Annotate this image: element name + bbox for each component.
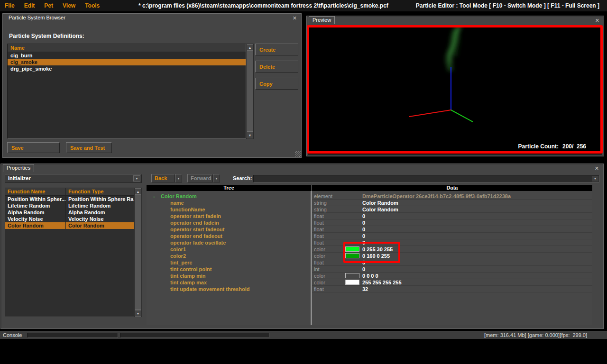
tree-attr-operator-end-fadeout[interactable]: operator end fadeout xyxy=(147,233,311,239)
list-scrollbar[interactable]: ▲ ▼ xyxy=(246,44,254,139)
data-row-tint-clamp-max[interactable]: color255 255 255 255 xyxy=(312,279,592,286)
list-item-cig-burn[interactable]: cig_burn xyxy=(8,52,246,59)
close-icon[interactable]: ✕ xyxy=(595,166,599,171)
tree-attr-color1[interactable]: color1 xyxy=(147,246,311,253)
tree-header: Tree xyxy=(147,185,311,191)
search-input[interactable] xyxy=(254,175,591,182)
preview-window: Preview ✕ Particle Count:200/ 256 xyxy=(306,16,604,156)
tree-attr-operator-fade-oscillate[interactable]: operator fade oscillate xyxy=(147,239,311,246)
close-icon[interactable]: ✕ xyxy=(293,16,297,21)
create-button[interactable]: Create xyxy=(255,44,298,55)
tree-attr-operator-start-fadein[interactable]: operator start fadein xyxy=(147,213,311,219)
function-table-header: Function Name Function Type xyxy=(5,188,134,196)
data-row-color2[interactable]: color0 160 0 255 xyxy=(312,253,592,259)
scroll-down-icon[interactable]: ▼ xyxy=(135,310,141,317)
particle-system-browser-window: Particle System Browser ✕ Particle Syste… xyxy=(2,13,302,158)
attribute-data: elementDmeParticleOperator 26ce3f14-b7c2… xyxy=(312,191,592,325)
menu-edit[interactable]: Edit xyxy=(19,2,40,9)
search-field[interactable]: ▼ xyxy=(253,175,599,182)
menu-tools[interactable]: Tools xyxy=(80,2,104,9)
tree-attr-tint-control-point[interactable]: tint control point xyxy=(147,266,311,273)
data-row-tint-perc[interactable]: float0 xyxy=(312,259,592,266)
function-row-color-random-selected[interactable]: Color Random Color Random xyxy=(5,222,134,229)
tree-attr-name[interactable]: name xyxy=(147,200,311,206)
data-row-operator-start-fadein[interactable]: float0 xyxy=(312,213,592,219)
console-input-field[interactable] xyxy=(27,333,118,338)
tree-attr-tint-clamp-min[interactable]: tint clamp min xyxy=(147,273,311,279)
scroll-up-icon[interactable]: ▲ xyxy=(247,44,253,51)
tree-node-color-random[interactable]: -Color Random xyxy=(147,193,311,200)
data-row-functionname[interactable]: stringColor Random xyxy=(312,206,592,213)
browser-window-tab[interactable]: Particle System Browser xyxy=(5,14,69,22)
delete-button[interactable]: Delete xyxy=(255,61,298,73)
definitions-label: Particle System Definitions: xyxy=(9,33,84,39)
chevron-down-icon[interactable]: ▼ xyxy=(133,175,140,182)
list-item-cig-smoke-selected[interactable]: cig_smoke xyxy=(8,59,246,65)
function-table-scrollbar[interactable]: ▲ ▼ xyxy=(134,188,142,317)
tree-attr-tint-update-movement-threshold[interactable]: tint update movement threshold xyxy=(147,286,311,292)
menu-file[interactable]: File xyxy=(0,2,19,9)
chevron-down-icon[interactable]: ▼ xyxy=(592,176,598,182)
column-header-function-type[interactable]: Function Type xyxy=(66,188,134,195)
forward-combo: Forward ▼ xyxy=(187,174,220,182)
data-header: Data xyxy=(312,185,592,191)
color-swatch-color1[interactable] xyxy=(345,246,359,252)
tree-attr-operator-end-fadein[interactable]: operator end fadein xyxy=(147,219,311,226)
operator-category-dropdown[interactable]: Initializer ▼ xyxy=(5,174,142,183)
preview-3d-scene xyxy=(308,25,602,155)
search-label: Search: xyxy=(233,175,252,181)
back-button[interactable]: Back xyxy=(151,174,175,182)
collapse-icon[interactable]: - xyxy=(153,193,161,200)
color-swatch-tint-clamp-min[interactable] xyxy=(345,273,359,278)
copy-button[interactable]: Copy xyxy=(255,78,298,90)
preview-viewport[interactable]: Particle Count:200/ 256 xyxy=(308,25,602,155)
function-table: Function Name Function Type Position Wit… xyxy=(5,188,134,317)
particle-count-value: 200/ 256 xyxy=(562,143,586,150)
function-row-velocity-noise[interactable]: Velocity Noise Velocity Noise xyxy=(5,216,134,222)
data-row-operator-start-fadeout[interactable]: float0 xyxy=(312,226,592,233)
properties-window: Properties ✕ Initializer ▼ Function Name… xyxy=(0,164,604,329)
preview-window-tab[interactable]: Preview xyxy=(309,16,335,24)
element-id[interactable]: DmeParticleOperator 26ce3f14-b7c2-48f5-9… xyxy=(362,193,511,199)
scroll-thumb[interactable] xyxy=(135,195,141,310)
data-row-tint-control-point[interactable]: int0 xyxy=(312,266,592,273)
particle-count: Particle Count:200/ 256 xyxy=(518,143,586,150)
dropdown-value: Initializer xyxy=(8,175,31,181)
menu-pet[interactable]: Pet xyxy=(39,2,58,9)
memory-stats: [mem: 316.41 Mb] [game: 0.000] xyxy=(484,332,560,338)
color-swatch-tint-clamp-max[interactable] xyxy=(345,280,359,285)
data-row-tint-update-movement-threshold[interactable]: float32 xyxy=(312,286,592,292)
data-row-tint-clamp-min[interactable]: color0 0 0 0 xyxy=(312,273,592,279)
list-column-header-name[interactable]: Name xyxy=(8,44,246,52)
scroll-down-icon[interactable]: ▼ xyxy=(247,132,253,138)
data-row-name[interactable]: stringColor Random xyxy=(312,200,592,206)
tree-attr-tint-clamp-max[interactable]: tint clamp max xyxy=(147,279,311,286)
scroll-up-icon[interactable]: ▲ xyxy=(135,188,141,195)
close-icon[interactable]: ✕ xyxy=(595,18,599,23)
forward-button[interactable]: Forward xyxy=(187,174,213,182)
smoke-particles xyxy=(448,26,461,71)
back-dropdown-icon[interactable]: ▼ xyxy=(175,174,182,182)
data-row-color1[interactable]: color0 255 30 255 xyxy=(312,246,592,253)
function-row-lifetime-random[interactable]: Lifetime Random Lifetime Random xyxy=(5,202,134,209)
save-and-test-button[interactable]: Save and Test xyxy=(66,142,112,153)
data-row-element[interactable]: elementDmeParticleOperator 26ce3f14-b7c2… xyxy=(312,193,592,200)
tree-attr-color2[interactable]: color2 xyxy=(147,253,311,259)
save-button[interactable]: Save xyxy=(7,142,60,153)
scroll-thumb[interactable] xyxy=(247,51,253,132)
tree-attr-operator-start-fadeout[interactable]: operator start fadeout xyxy=(147,226,311,233)
data-row-operator-end-fadeout[interactable]: float0 xyxy=(312,233,592,239)
color-swatch-color2[interactable] xyxy=(345,253,359,258)
column-header-function-name[interactable]: Function Name xyxy=(5,188,66,195)
data-row-operator-end-fadein[interactable]: float0 xyxy=(312,219,592,226)
menu-view[interactable]: View xyxy=(58,2,80,9)
forward-dropdown-icon[interactable]: ▼ xyxy=(213,174,220,182)
list-item-drg-pipe-smoke[interactable]: drg_pipe_smoke xyxy=(8,65,246,72)
function-row-alpha-random[interactable]: Alpha Random Alpha Random xyxy=(5,209,134,216)
data-row-operator-fade-oscillate[interactable]: float0 xyxy=(312,239,592,246)
resize-grip[interactable] xyxy=(295,151,301,157)
tree-attr-functionname[interactable]: functionName xyxy=(147,206,311,213)
properties-window-tab[interactable]: Properties xyxy=(3,164,34,172)
function-row-position-within-sphere[interactable]: Position Within Spher... Position Within… xyxy=(5,196,134,202)
tree-attr-tint-perc[interactable]: tint_perc xyxy=(147,259,311,266)
